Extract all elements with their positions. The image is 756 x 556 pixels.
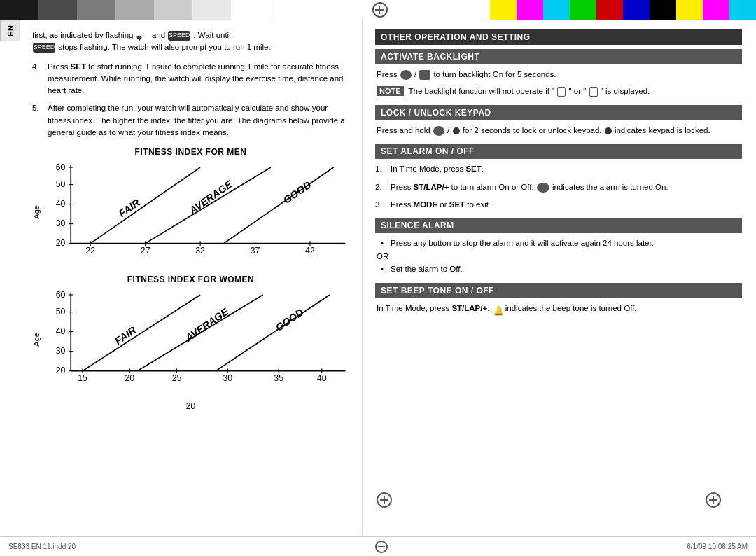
right-column: OTHER OPERATION AND SETTING ACTIVATE BAC… bbox=[363, 20, 755, 536]
main-content: first, as indicated by flashing ♥ and SP… bbox=[20, 20, 756, 536]
item4-text: Press SET to start running. Ensure to co… bbox=[48, 61, 349, 97]
chart-men-wrapper: Age 20 30 40 50 bbox=[32, 161, 349, 263]
intro-paragraph: first, as indicated by flashing ♥ and SP… bbox=[32, 29, 349, 54]
right-col-inner: OTHER OPERATION AND SETTING ACTIVATE BAC… bbox=[375, 27, 742, 315]
item4-number: 4. bbox=[32, 61, 48, 97]
silence-bullet-2: • Set the alarm to Off. bbox=[375, 263, 742, 275]
swatch-cyan bbox=[543, 0, 570, 20]
silence-text-2: Set the alarm to Off. bbox=[391, 263, 463, 275]
item5-text: After completing the run, your watch wil… bbox=[48, 102, 349, 139]
svg-text:GOOD: GOOD bbox=[274, 306, 306, 333]
svg-line-24 bbox=[224, 167, 334, 244]
chart-men-y-label: Age bbox=[32, 161, 41, 263]
chart-men-svg: 20 30 40 50 60 22 27 bbox=[43, 161, 349, 263]
backlight-btn-icon bbox=[400, 70, 412, 80]
swatch-yellow bbox=[490, 0, 517, 20]
chart-women-wrapper: Age 20 30 40 50 bbox=[32, 289, 349, 391]
alarm-section: SET ALARM ON / OFF 1. In Time Mode, pres… bbox=[375, 144, 742, 211]
page-number: 20 bbox=[32, 401, 349, 411]
svg-text:GOOD: GOOD bbox=[281, 179, 314, 206]
beep-tone-section: SET BEEP TONE ON / OFF In Time Mode, pre… bbox=[375, 283, 742, 315]
svg-line-22 bbox=[90, 167, 200, 244]
lock-btn-icon bbox=[433, 126, 444, 136]
chart-men-area: 20 30 40 50 60 22 27 bbox=[43, 161, 349, 263]
alarm-num-2: 2. bbox=[375, 181, 391, 193]
alarm-text-1: In Time Mode, press SET. bbox=[391, 163, 484, 175]
top-color-bar bbox=[0, 0, 756, 20]
item5-number: 5. bbox=[32, 102, 48, 139]
swatch-black bbox=[0, 0, 38, 20]
beep-tone-header: SET BEEP TONE ON / OFF bbox=[375, 283, 742, 298]
speed-icon: SPEED bbox=[168, 31, 190, 41]
icon-sq1 bbox=[557, 87, 566, 97]
backlight-note: NOTE The backlight function will not ope… bbox=[375, 85, 742, 98]
svg-text:60: 60 bbox=[56, 290, 66, 300]
chart-women-title: FITNESS INDEX FOR WOMEN bbox=[32, 274, 349, 284]
svg-text:30: 30 bbox=[56, 218, 66, 228]
svg-text:30: 30 bbox=[223, 373, 232, 383]
or-separator: OR bbox=[377, 252, 741, 260]
svg-text:50: 50 bbox=[56, 179, 66, 189]
left-column: first, as indicated by flashing ♥ and SP… bbox=[20, 20, 363, 536]
intro-line2: stops flashing. The watch will also prom… bbox=[58, 43, 270, 51]
svg-text:35: 35 bbox=[274, 373, 284, 383]
swatch-black2 bbox=[650, 0, 676, 20]
chart-women-y-label: Age bbox=[32, 289, 41, 391]
alarm-text-3: Press MODE or SET to exit. bbox=[391, 199, 491, 211]
speed-icon2: SPEED bbox=[33, 43, 55, 53]
svg-text:15: 15 bbox=[78, 373, 88, 383]
bottom-bar: SE833 EN 11.indd 20 6/1/09 10:08:25 AM bbox=[0, 536, 756, 556]
swatch-lighter-gray bbox=[154, 0, 192, 20]
swatch-light-gray bbox=[115, 0, 154, 20]
svg-text:20: 20 bbox=[56, 366, 66, 375]
svg-line-54 bbox=[216, 295, 330, 371]
alarm-list: 1. In Time Mode, press SET. 2. Press ST/… bbox=[375, 163, 742, 211]
svg-text:AVERAGE: AVERAGE bbox=[183, 305, 231, 344]
crosshair-bottom-center bbox=[375, 541, 388, 553]
svg-text:30: 30 bbox=[56, 346, 66, 356]
swatch-dark-gray bbox=[38, 0, 77, 20]
beep-tone-text: In Time Mode, press ST/LAP/+. 🔔 indicate… bbox=[375, 303, 742, 315]
grayscale-swatches bbox=[0, 0, 270, 20]
swatch-magenta2 bbox=[703, 0, 729, 20]
bullet-icon-2: • bbox=[381, 263, 391, 275]
alarm-item-3: 3. Press MODE or SET to exit. bbox=[375, 199, 742, 211]
heart-icon: ♥ bbox=[136, 31, 149, 41]
silence-alarm-section: SILENCE ALARM • Press any button to stop… bbox=[375, 218, 742, 276]
list-item-5: 5. After completing the run, your watch … bbox=[32, 102, 349, 139]
bullet-icon-1: • bbox=[381, 237, 391, 249]
color-swatches bbox=[490, 0, 756, 20]
beep-icon: 🔔 bbox=[493, 304, 503, 314]
svg-text:AVERAGE: AVERAGE bbox=[187, 178, 235, 216]
silence-alarm-header: SILENCE ALARM bbox=[375, 218, 742, 233]
main-section-header: OTHER OPERATION AND SETTING bbox=[375, 29, 742, 45]
swatch-white bbox=[231, 0, 270, 20]
alarm-num-1: 1. bbox=[375, 163, 391, 175]
svg-text:20: 20 bbox=[56, 238, 66, 248]
lock-unlock-text: Press and hold / for 2 seconds to lock o… bbox=[375, 125, 742, 137]
swatch-blue bbox=[623, 0, 650, 20]
swatch-red bbox=[596, 0, 623, 20]
crosshair-left-bottom bbox=[377, 492, 392, 510]
svg-text:22: 22 bbox=[85, 246, 95, 256]
backlight-btn2-icon bbox=[419, 70, 430, 80]
crosshair-left bbox=[377, 492, 392, 508]
intro-text-start: first, as indicated by flashing bbox=[32, 31, 136, 39]
activate-backlight-section: ACTIVATE BACKLIGHT Press / to turn backl… bbox=[375, 49, 742, 98]
list-item-4: 4. Press SET to start running. Ensure to… bbox=[32, 61, 349, 97]
dot-icon bbox=[453, 127, 460, 134]
intro-wait: . Wait until bbox=[193, 31, 230, 39]
charts-section: FITNESS INDEX FOR MEN Age 20 30 40 bbox=[32, 147, 349, 390]
swatch-yellow2 bbox=[676, 0, 703, 20]
svg-text:42: 42 bbox=[305, 246, 315, 256]
svg-text:25: 25 bbox=[172, 373, 182, 383]
swatch-cyan2 bbox=[729, 0, 756, 20]
alarm-on-icon bbox=[537, 183, 550, 193]
crosshair-right-bottom bbox=[706, 492, 721, 510]
chart-women-svg: 20 30 40 50 60 15 20 bbox=[43, 289, 349, 391]
bottom-left-text: SE833 EN 11.indd 20 bbox=[8, 543, 76, 550]
svg-text:27: 27 bbox=[141, 246, 150, 256]
silence-bullet-1: • Press any button to stop the alarm and… bbox=[375, 237, 742, 249]
swatch-green bbox=[570, 0, 596, 20]
svg-text:50: 50 bbox=[56, 307, 66, 317]
